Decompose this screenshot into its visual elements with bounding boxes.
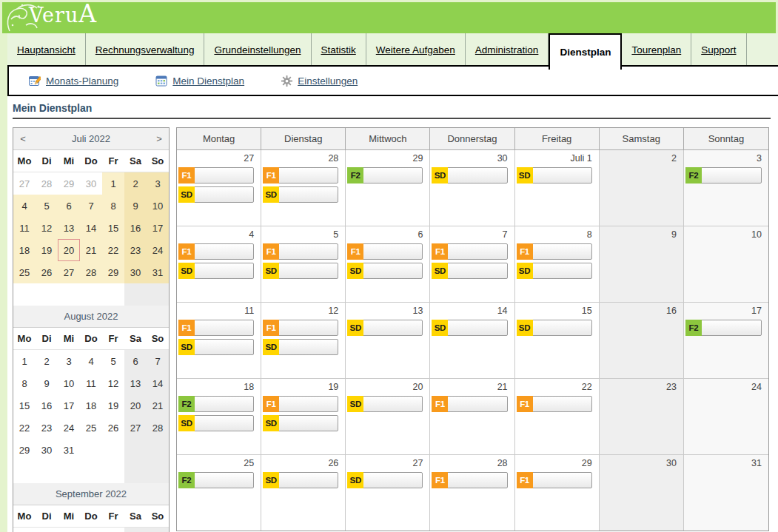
calendar-day-cell[interactable]: 29F2 — [346, 150, 430, 226]
shift-event-f1[interactable]: F1 — [263, 320, 338, 336]
mini-day-cell[interactable]: 29 — [102, 261, 124, 283]
tab-support[interactable]: Support — [691, 33, 746, 66]
shift-event-sd[interactable]: SD — [263, 263, 338, 279]
calendar-day-cell[interactable]: 2 — [600, 150, 684, 226]
mini-day-cell[interactable]: 3 — [124, 528, 147, 532]
shift-event-f2[interactable]: F2 — [347, 167, 423, 183]
toolbar-item-mein-dienstplan[interactable]: Mein Dienstplan — [155, 75, 244, 87]
shift-event-f1[interactable]: F1 — [517, 396, 592, 412]
shift-event-f1[interactable]: F1 — [432, 396, 507, 412]
mini-day-cell[interactable]: 20 — [58, 239, 80, 261]
toolbar-item-monats-planung[interactable]: Monats-Planung — [29, 75, 118, 87]
tab-rechnungsverwaltung[interactable]: Rechnungsverwaltung — [86, 33, 205, 66]
calendar-day-cell[interactable]: 5F1SD — [261, 226, 346, 302]
mini-day-cell[interactable]: 8 — [102, 195, 124, 217]
mini-day-cell[interactable]: 17 — [147, 217, 169, 239]
calendar-day-cell[interactable]: 24 — [684, 379, 768, 454]
shift-event-f1[interactable]: F1 — [347, 243, 423, 260]
calendar-day-cell[interactable]: 23 — [600, 379, 684, 454]
calendar-day-cell[interactable]: 28F1 — [430, 455, 514, 531]
mini-day-cell[interactable]: 3 — [58, 350, 80, 372]
mini-day-cell[interactable]: 13 — [58, 217, 80, 239]
calendar-day-cell[interactable]: 25F2 — [177, 455, 261, 531]
mini-day-cell[interactable]: 4 — [80, 350, 102, 372]
mini-day-cell[interactable]: 3 — [147, 172, 169, 195]
mini-day-cell[interactable]: 18 — [13, 239, 36, 261]
mini-day-cell[interactable]: 21 — [147, 394, 169, 417]
mini-day-cell[interactable]: 15 — [102, 217, 124, 239]
mini-day-cell[interactable]: 25 — [80, 417, 102, 439]
calendar-day-cell[interactable]: 26SD — [261, 455, 346, 531]
mini-day-cell[interactable]: 30 — [36, 439, 58, 461]
calendar-day-cell[interactable]: 31 — [684, 455, 768, 531]
mini-day-cell[interactable]: 14 — [80, 217, 102, 239]
mini-day-cell[interactable]: 4 — [147, 528, 169, 532]
mini-day-cell[interactable]: 27 — [124, 417, 147, 439]
shift-event-f1[interactable]: F1 — [178, 167, 254, 183]
mini-day-cell[interactable]: 1 — [102, 172, 124, 195]
shift-event-f1[interactable]: F1 — [263, 243, 338, 260]
tab-tourenplan[interactable]: Tourenplan — [622, 33, 691, 66]
calendar-day-cell[interactable]: 27F1SD — [177, 150, 261, 226]
calendar-day-cell[interactable]: Juli 1SD — [515, 150, 600, 226]
calendar-day-cell[interactable]: 30SD — [430, 150, 514, 226]
mini-day-cell[interactable]: 9 — [124, 195, 147, 217]
mini-day-cell[interactable]: 19 — [36, 239, 58, 261]
mini-day-cell[interactable]: 15 — [13, 394, 36, 417]
mini-day-cell[interactable]: 25 — [13, 261, 36, 283]
mini-day-cell[interactable]: 10 — [147, 195, 169, 217]
calendar-day-cell[interactable]: 11F1SD — [177, 303, 261, 378]
calendar-day-cell[interactable]: 6F1SD — [346, 226, 430, 302]
mini-day-cell[interactable]: 6 — [58, 195, 80, 217]
mini-day-cell[interactable]: 22 — [13, 417, 36, 439]
shift-event-sd[interactable]: SD — [263, 339, 338, 355]
mini-day-cell[interactable]: 1 — [13, 350, 36, 372]
shift-event-sd[interactable]: SD — [263, 186, 338, 203]
mini-day-cell[interactable]: 29 — [13, 439, 36, 461]
mini-day-cell[interactable]: 28 — [36, 172, 58, 195]
shift-event-f2[interactable]: F2 — [685, 167, 762, 183]
calendar-day-cell[interactable]: 22F1 — [515, 379, 600, 454]
mini-day-cell[interactable]: 11 — [13, 217, 36, 239]
calendar-day-cell[interactable]: 7F1SD — [430, 226, 514, 302]
shift-event-sd[interactable]: SD — [263, 472, 338, 488]
calendar-day-cell[interactable]: 13SD — [346, 303, 430, 378]
shift-event-sd[interactable]: SD — [347, 396, 423, 412]
mini-day-cell[interactable]: 5 — [102, 350, 124, 372]
mini-day-cell[interactable]: 8 — [13, 372, 36, 394]
shift-event-sd[interactable]: SD — [263, 415, 338, 431]
mini-day-cell[interactable]: 26 — [36, 261, 58, 283]
mini-day-cell[interactable]: 21 — [80, 239, 102, 261]
mini-day-cell[interactable]: 12 — [102, 372, 124, 394]
calendar-day-cell[interactable]: 4F1SD — [177, 226, 261, 302]
calendar-day-cell[interactable]: 10 — [684, 226, 768, 302]
mini-day-cell[interactable]: 7 — [147, 350, 169, 372]
shift-event-f1[interactable]: F1 — [517, 243, 592, 260]
calendar-day-cell[interactable]: 14SD — [430, 303, 514, 378]
mini-day-cell[interactable]: 29 — [58, 172, 80, 195]
calendar-day-cell[interactable]: 16 — [600, 303, 684, 378]
calendar-day-cell[interactable]: 17F2 — [684, 303, 768, 378]
toolbar-item-einstellungen[interactable]: Einstellungen — [281, 75, 358, 87]
mini-day-cell[interactable]: 22 — [102, 239, 124, 261]
tab-weitere-aufgaben[interactable]: Weitere Aufgaben — [366, 33, 466, 66]
mini-day-cell[interactable]: 30 — [124, 261, 147, 283]
shift-event-f2[interactable]: F2 — [178, 472, 254, 488]
shift-event-f1[interactable]: F1 — [178, 320, 254, 336]
shift-event-f1[interactable]: F1 — [432, 472, 507, 488]
mini-day-cell[interactable]: 6 — [124, 350, 147, 372]
calendar-day-cell[interactable]: 9 — [600, 226, 684, 302]
calendar-day-cell[interactable]: 15SD — [515, 303, 600, 378]
mini-day-cell[interactable]: 16 — [124, 217, 147, 239]
mini-day-cell[interactable]: 9 — [36, 372, 58, 394]
shift-event-sd[interactable]: SD — [178, 339, 254, 355]
mini-day-cell[interactable]: 2 — [36, 350, 58, 372]
mini-day-cell[interactable]: 19 — [102, 394, 124, 417]
shift-event-f1[interactable]: F1 — [178, 243, 254, 260]
mini-day-cell[interactable]: 1 — [80, 528, 102, 532]
mini-day-cell[interactable]: 5 — [36, 195, 58, 217]
prev-month-button[interactable]: < — [13, 133, 33, 144]
mini-day-cell[interactable]: 4 — [13, 195, 36, 217]
shift-event-sd[interactable]: SD — [347, 320, 423, 336]
tab-dienstplan[interactable]: Dienstplan — [549, 33, 622, 70]
